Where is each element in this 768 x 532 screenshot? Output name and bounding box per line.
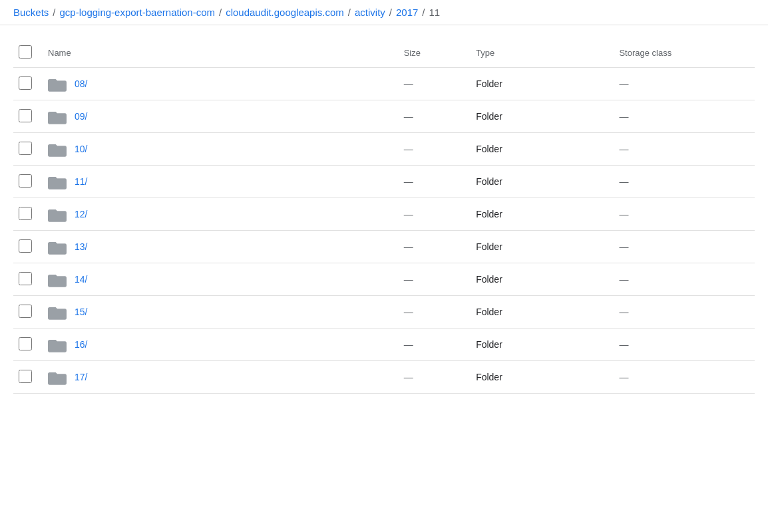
row-check-col-0 — [13, 68, 40, 100]
row-size-cell-2: — — [396, 133, 468, 166]
row-type-cell-1: Folder — [468, 100, 611, 133]
folder-link-9[interactable]: 17/ — [75, 372, 87, 382]
col-header-storage: Storage class — [611, 39, 755, 68]
row-checkbox-6[interactable] — [19, 272, 32, 285]
col-header-name: Name — [40, 39, 396, 68]
row-storage-cell-5: — — [611, 231, 755, 263]
row-checkbox-8[interactable] — [19, 337, 32, 350]
row-check-col-3 — [13, 166, 40, 198]
row-checkbox-7[interactable] — [19, 305, 32, 318]
row-name-cell-3: 11/ — [40, 166, 396, 198]
row-check-col-7 — [13, 296, 40, 329]
row-name-cell-9: 17/ — [40, 361, 396, 394]
breadcrumb-bucket-name[interactable]: gcp-logging-export-baernation-com — [60, 7, 215, 18]
row-name-cell-2: 10/ — [40, 133, 396, 166]
row-name-cell-8: 16/ — [40, 329, 396, 361]
row-storage-cell-2: — — [611, 133, 755, 166]
row-check-col-9 — [13, 361, 40, 394]
select-all-checkbox[interactable] — [19, 45, 32, 59]
row-checkbox-4[interactable] — [19, 207, 32, 220]
row-storage-cell-8: — — [611, 329, 755, 361]
table-body: 08/—Folder—09/—Folder—10/—Folder—11/—Fol… — [13, 68, 755, 394]
row-check-col-4 — [13, 198, 40, 231]
breadcrumb-buckets[interactable]: Buckets — [13, 7, 49, 18]
row-check-col-2 — [13, 133, 40, 166]
row-storage-cell-9: — — [611, 361, 755, 394]
table-row: 10/—Folder— — [13, 133, 755, 166]
breadcrumb: Buckets / gcp-logging-export-baernation-… — [0, 0, 768, 25]
row-size-cell-0: — — [396, 68, 468, 100]
breadcrumb-sep-3: / — [348, 7, 351, 18]
table-row: 12/—Folder— — [13, 198, 755, 231]
row-checkbox-9[interactable] — [19, 370, 32, 383]
row-size-cell-9: — — [396, 361, 468, 394]
row-check-col-5 — [13, 231, 40, 263]
row-name-cell-0: 08/ — [40, 68, 396, 100]
breadcrumb-sep-1: / — [53, 7, 55, 18]
row-storage-cell-0: — — [611, 68, 755, 100]
table-row: 09/—Folder— — [13, 100, 755, 133]
row-check-col-6 — [13, 263, 40, 296]
folder-icon — [48, 369, 67, 385]
row-storage-cell-1: — — [611, 100, 755, 133]
row-check-col-8 — [13, 329, 40, 361]
row-storage-cell-6: — — [611, 263, 755, 296]
table-row: 08/—Folder— — [13, 68, 755, 100]
row-checkbox-3[interactable] — [19, 174, 32, 188]
folder-icon — [48, 304, 67, 320]
table-row: 13/—Folder— — [13, 231, 755, 263]
row-checkbox-2[interactable] — [19, 142, 32, 155]
row-name-cell-7: 15/ — [40, 296, 396, 329]
row-type-cell-7: Folder — [468, 296, 611, 329]
folder-link-5[interactable]: 13/ — [75, 241, 87, 252]
breadcrumb-sep-4: / — [389, 7, 392, 18]
folder-icon — [48, 239, 67, 255]
row-check-col-1 — [13, 100, 40, 133]
folder-link-1[interactable]: 09/ — [75, 111, 87, 122]
row-size-cell-8: — — [396, 329, 468, 361]
row-name-cell-6: 14/ — [40, 263, 396, 296]
row-checkbox-0[interactable] — [19, 76, 32, 90]
row-type-cell-4: Folder — [468, 198, 611, 231]
folder-link-3[interactable]: 11/ — [75, 176, 87, 187]
breadcrumb-cloudaudit[interactable]: cloudaudit.googleapis.com — [226, 7, 344, 18]
folder-link-0[interactable]: 08/ — [75, 78, 87, 89]
table-row: 15/—Folder— — [13, 296, 755, 329]
row-size-cell-4: — — [396, 198, 468, 231]
table-row: 17/—Folder— — [13, 361, 755, 394]
row-checkbox-5[interactable] — [19, 239, 32, 253]
row-size-cell-6: — — [396, 263, 468, 296]
row-type-cell-9: Folder — [468, 361, 611, 394]
folder-link-7[interactable]: 15/ — [75, 307, 87, 317]
row-type-cell-3: Folder — [468, 166, 611, 198]
col-header-size: Size — [396, 39, 468, 68]
folder-icon — [48, 336, 67, 352]
folder-icon — [48, 76, 67, 92]
folder-icon — [48, 206, 67, 222]
row-type-cell-6: Folder — [468, 263, 611, 296]
row-storage-cell-3: — — [611, 166, 755, 198]
folder-icon — [48, 108, 67, 124]
table-row: 11/—Folder— — [13, 166, 755, 198]
breadcrumb-current: 11 — [429, 7, 441, 18]
folder-link-6[interactable]: 14/ — [75, 274, 87, 285]
folder-link-8[interactable]: 16/ — [75, 339, 87, 350]
breadcrumb-sep-2: / — [219, 7, 222, 18]
row-name-cell-4: 12/ — [40, 198, 396, 231]
row-type-cell-0: Folder — [468, 68, 611, 100]
folder-icon — [48, 141, 67, 157]
table-row: 14/—Folder— — [13, 263, 755, 296]
folder-link-2[interactable]: 10/ — [75, 144, 87, 154]
breadcrumb-activity[interactable]: activity — [355, 7, 385, 18]
file-table: Name Size Type Storage class 08/—Folder—… — [13, 39, 755, 394]
breadcrumb-2017[interactable]: 2017 — [396, 7, 418, 18]
select-all-col — [13, 39, 40, 68]
row-size-cell-1: — — [396, 100, 468, 133]
folder-link-4[interactable]: 12/ — [75, 209, 87, 219]
row-name-cell-5: 13/ — [40, 231, 396, 263]
file-table-container: Name Size Type Storage class 08/—Folder—… — [0, 25, 768, 394]
row-checkbox-1[interactable] — [19, 109, 32, 122]
table-header-row: Name Size Type Storage class — [13, 39, 755, 68]
row-size-cell-3: — — [396, 166, 468, 198]
col-header-type: Type — [468, 39, 611, 68]
